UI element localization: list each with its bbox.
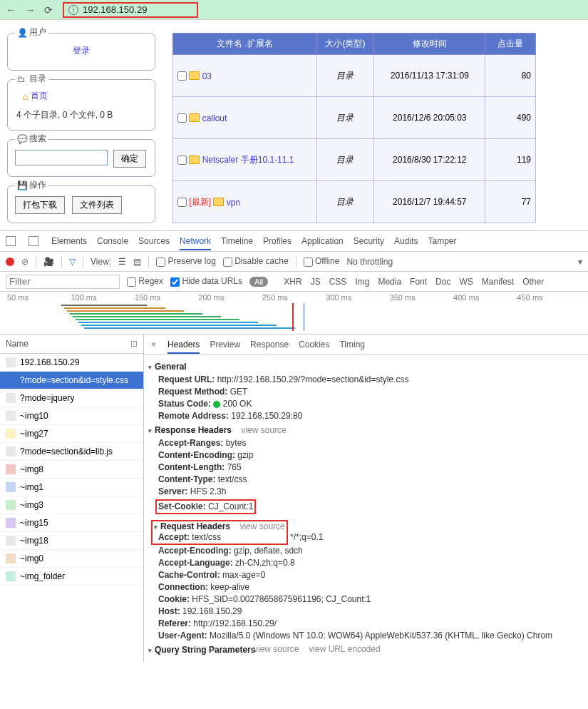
filter-all[interactable]: All <box>249 277 268 287</box>
request-row[interactable]: ~img3 <box>0 496 143 514</box>
devtool-tab-security[interactable]: Security <box>354 233 384 249</box>
pack-download-button[interactable]: 打包下载 <box>15 196 65 214</box>
col-size[interactable]: 大小(类型) <box>316 34 374 55</box>
filter-type-doc[interactable]: Doc <box>435 277 450 287</box>
filter-type-js[interactable]: JS <box>311 277 321 287</box>
request-row[interactable]: ~img8 <box>0 461 143 479</box>
request-row[interactable]: ~img1 <box>0 479 143 496</box>
request-name: ~img3 <box>20 500 43 510</box>
filter-type-media[interactable]: Media <box>378 277 401 287</box>
file-name[interactable]: Netscaler 手册10.1-11.1 <box>202 155 294 165</box>
forward-arrow-icon[interactable]: → <box>25 4 36 16</box>
row-checkbox[interactable] <box>177 113 187 123</box>
view-list-icon[interactable]: ☰ <box>118 257 126 267</box>
table-row[interactable]: Netscaler 手册10.1-11.1目录2016/8/30 17:22:1… <box>173 139 536 181</box>
offline-checkbox[interactable] <box>304 257 313 267</box>
row-checkbox[interactable] <box>177 198 187 207</box>
col-name[interactable]: 文件名 .扩展名 <box>173 34 317 55</box>
row-checkbox[interactable] <box>177 71 187 81</box>
table-row[interactable]: callout目录2016/12/6 20:05:03490 <box>173 97 536 139</box>
request-row[interactable]: ~img10 <box>0 407 143 425</box>
file-name[interactable]: callout <box>202 113 227 123</box>
login-link[interactable]: 登录 <box>73 46 90 56</box>
reload-icon[interactable]: ⟳ <box>44 4 53 16</box>
detail-tab-response[interactable]: Response <box>250 337 289 352</box>
request-row[interactable]: ~img0 <box>0 550 143 568</box>
file-type-icon <box>6 571 16 581</box>
request-row[interactable]: ?mode=jquery <box>0 389 143 407</box>
request-name: ~img18 <box>20 536 48 546</box>
back-arrow-icon[interactable]: ← <box>6 4 16 16</box>
filter-type-xhr[interactable]: XHR <box>284 277 301 287</box>
view-large-icon[interactable]: ▤ <box>133 257 141 267</box>
qsp-view-source[interactable]: view source <box>254 644 299 654</box>
detail-tab-preview[interactable]: Preview <box>210 337 240 352</box>
view-label: View: <box>91 257 111 267</box>
detail-tab-cookies[interactable]: Cookies <box>299 337 329 352</box>
filter-type-other[interactable]: Other <box>522 277 544 287</box>
request-row[interactable]: ~img18 <box>0 532 143 550</box>
search-button[interactable]: 确定 <box>113 150 146 168</box>
file-name[interactable]: vpn <box>227 197 240 207</box>
devtool-tab-profiles[interactable]: Profiles <box>263 233 292 249</box>
devtool-tab-audits[interactable]: Audits <box>394 233 418 249</box>
filter-input[interactable] <box>6 275 120 289</box>
preserve-log-checkbox[interactable] <box>156 257 165 267</box>
record-icon[interactable] <box>6 257 14 266</box>
request-row[interactable]: ~img27 <box>0 425 143 443</box>
reqlist-head[interactable]: Name <box>6 339 29 349</box>
devtool-tab-tamper[interactable]: Tamper <box>428 233 456 249</box>
folder-icon <box>189 71 200 80</box>
request-row[interactable]: ?mode=section&id=style.css <box>0 372 143 389</box>
throttle-caret-icon[interactable]: ▾ <box>578 257 582 267</box>
request-row[interactable]: ~img15 <box>0 514 143 532</box>
close-panel-icon[interactable]: ⊡ <box>130 339 138 349</box>
inspect-icon[interactable] <box>6 236 16 246</box>
file-name[interactable]: 03 <box>202 71 212 81</box>
general-heading[interactable]: General <box>148 362 578 372</box>
request-row[interactable]: ?mode=section&id=lib.js <box>0 443 143 461</box>
file-type-icon <box>6 411 16 421</box>
regex-checkbox[interactable] <box>127 277 136 287</box>
search-input[interactable] <box>15 150 108 165</box>
col-time[interactable]: 修改时间 <box>374 34 485 55</box>
timeline-mark <box>304 303 304 331</box>
filter-type-font[interactable]: Font <box>410 277 427 287</box>
detail-tab-timing[interactable]: Timing <box>339 337 365 352</box>
devtool-tab-console[interactable]: Console <box>97 233 128 249</box>
clear-icon[interactable]: ⊘ <box>21 257 29 267</box>
hide-dataurl-checkbox[interactable] <box>170 277 180 287</box>
dir-stats: 4 个子目录, 0 个文件, 0 B <box>15 106 148 121</box>
timeline[interactable]: 50 ms100 ms150 ms200 ms250 ms300 ms350 m… <box>0 292 588 335</box>
url-box[interactable]: i 192.168.150.29 <box>63 2 198 18</box>
request-row[interactable]: 192.168.150.29 <box>0 354 143 372</box>
col-hits[interactable]: 点击量 <box>485 34 536 55</box>
filter-type-css[interactable]: CSS <box>329 277 347 287</box>
file-list-button[interactable]: 文件列表 <box>72 196 122 214</box>
new-tag: [最新] <box>189 197 211 207</box>
qsp-view-encoded[interactable]: view URL encoded <box>309 644 380 654</box>
devtool-tab-application[interactable]: Application <box>301 233 344 249</box>
table-row[interactable]: 03目录2016/11/13 17:31:0980 <box>173 55 536 97</box>
device-icon[interactable] <box>29 236 38 246</box>
row-checkbox[interactable] <box>177 155 187 165</box>
filter-type-ws[interactable]: WS <box>459 277 473 287</box>
throttle-select[interactable]: No throttling <box>346 257 393 267</box>
detail-tab-headers[interactable]: Headers <box>167 337 200 354</box>
response-headers-heading[interactable]: Response Headers <box>148 425 578 435</box>
devtool-tab-elements[interactable]: Elements <box>51 233 87 249</box>
request-headers-heading[interactable]: Request Headers <box>154 521 285 531</box>
file-type-icon <box>6 500 16 510</box>
close-detail-icon[interactable]: × <box>151 340 156 350</box>
filter-icon[interactable]: ▽ <box>69 257 76 267</box>
home-link[interactable]: 首页 <box>31 90 48 102</box>
devtool-tab-sources[interactable]: Sources <box>138 233 170 249</box>
disable-cache-checkbox[interactable] <box>223 257 232 267</box>
devtool-tab-network[interactable]: Network <box>180 233 211 250</box>
devtool-tab-timeline[interactable]: Timeline <box>221 233 253 249</box>
request-row[interactable]: ~img_folder <box>0 568 143 586</box>
filter-type-img[interactable]: Img <box>355 277 369 287</box>
capture-icon[interactable]: 🎥 <box>43 257 54 267</box>
table-row[interactable]: [最新] vpn目录2016/12/7 19:44:5777 <box>173 181 536 223</box>
filter-type-manifest[interactable]: Manifest <box>482 277 514 287</box>
